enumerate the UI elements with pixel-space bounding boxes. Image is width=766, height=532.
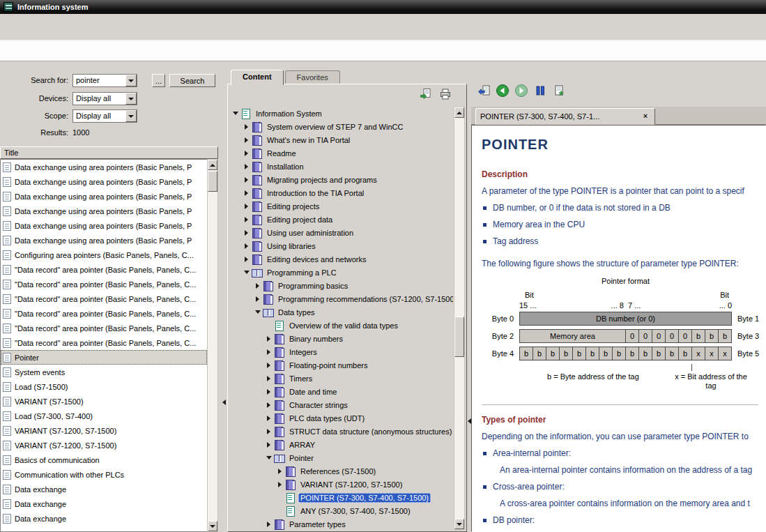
- expand-arrow-icon[interactable]: [242, 122, 251, 131]
- expand-arrow-icon[interactable]: [264, 347, 273, 356]
- open-topic-icon[interactable]: [419, 87, 433, 101]
- list-item[interactable]: Data exchange: [1, 511, 207, 526]
- new-topic-icon[interactable]: [552, 84, 566, 98]
- list-item[interactable]: Load (S7-300, S7-400): [1, 409, 207, 423]
- list-item[interactable]: Data exchange: [1, 496, 207, 511]
- expand-arrow-icon[interactable]: [242, 202, 251, 211]
- list-item[interactable]: "Data record" area pointer (Basic Panels…: [1, 277, 207, 291]
- close-tab-icon[interactable]: ×: [641, 112, 650, 121]
- list-item[interactable]: Data exchange using area pointers (Basic…: [1, 218, 207, 233]
- more-options-button[interactable]: ...: [152, 74, 165, 87]
- tree-item[interactable]: Date and time: [229, 385, 453, 398]
- title-column-header[interactable]: Title: [0, 146, 218, 159]
- tree-scrollbar[interactable]: [454, 107, 465, 530]
- left-splitter[interactable]: [222, 66, 227, 532]
- list-item[interactable]: VARIANT (S7-1200, S7-1500): [1, 423, 207, 438]
- tree-item[interactable]: Data types: [229, 305, 453, 319]
- expand-arrow-icon[interactable]: [264, 427, 273, 436]
- list-item[interactable]: Data exchange using area pointers (Basic…: [1, 189, 207, 204]
- tree-item[interactable]: ARRAY: [229, 438, 453, 451]
- tree-item[interactable]: System overview of STEP 7 and WinCC: [229, 120, 453, 133]
- collapse-arrow-icon[interactable]: [242, 268, 251, 277]
- tree-item[interactable]: Editing project data: [229, 213, 453, 226]
- tree-item[interactable]: VARIANT (S7-1200, S7-1500): [229, 478, 453, 491]
- tab-favorites[interactable]: Favorites: [285, 70, 340, 84]
- tree-item[interactable]: PLC data types (UDT): [229, 411, 453, 425]
- expand-arrow-icon[interactable]: [253, 294, 262, 303]
- search-button[interactable]: Search: [169, 74, 215, 87]
- tree-item[interactable]: Floating-point numbers: [229, 358, 453, 372]
- scrollbar-thumb[interactable]: [454, 317, 464, 357]
- scroll-down-button[interactable]: [208, 521, 217, 531]
- tree-item[interactable]: Installation: [229, 160, 453, 173]
- devices-dropdown-button[interactable]: [125, 93, 137, 105]
- expand-arrow-icon[interactable]: [253, 281, 262, 290]
- tree-item[interactable]: ANY (S7-300, S7-400, S7-1500): [229, 504, 453, 517]
- tree-item[interactable]: STRUCT data structure (anonymous structu…: [229, 425, 453, 438]
- collapse-arrow-icon[interactable]: [231, 109, 240, 118]
- list-item[interactable]: "Data record" area pointer (Basic Panels…: [1, 335, 207, 350]
- expand-arrow-icon[interactable]: [242, 162, 251, 171]
- list-item[interactable]: Data exchange: [1, 482, 207, 496]
- expand-arrow-icon[interactable]: [275, 466, 284, 476]
- list-item[interactable]: Pointer: [1, 350, 207, 365]
- tree-item[interactable]: Parameter types: [229, 517, 453, 530]
- pause-icon[interactable]: [533, 84, 547, 98]
- list-item[interactable]: Configuring area pointers (Basic Panels,…: [1, 248, 207, 262]
- tree-item[interactable]: Readme: [229, 146, 453, 160]
- expand-arrow-icon[interactable]: [264, 400, 273, 409]
- back-icon[interactable]: [496, 84, 510, 98]
- expand-arrow-icon[interactable]: [242, 175, 251, 184]
- tree-item[interactable]: Integers: [229, 345, 453, 358]
- expand-arrow-icon[interactable]: [264, 519, 273, 529]
- scope-select[interactable]: Display all: [72, 109, 137, 123]
- tree-item[interactable]: POINTER (S7-300, S7-400, S7-1500): [229, 491, 453, 504]
- expand-arrow-icon[interactable]: [242, 228, 251, 237]
- expand-arrow-icon[interactable]: [264, 334, 273, 343]
- list-item[interactable]: Basics of communication: [1, 453, 207, 467]
- search-dropdown-button[interactable]: [125, 75, 137, 86]
- forward-icon[interactable]: [514, 84, 528, 98]
- list-item[interactable]: "Data record" area pointer (Basic Panels…: [1, 321, 207, 335]
- topic-tab[interactable]: POINTER (S7-300, S7-400, S7-1... ×: [475, 108, 655, 125]
- collapse-arrow-icon[interactable]: [253, 307, 262, 317]
- scroll-up-button[interactable]: [454, 107, 464, 118]
- tree-item[interactable]: Binary numbers: [229, 332, 453, 345]
- scroll-down-button[interactable]: [454, 519, 464, 529]
- list-item[interactable]: "Data record" area pointer (Basic Panels…: [1, 291, 207, 306]
- tree-item[interactable]: Using user administration: [229, 226, 453, 239]
- expand-arrow-icon[interactable]: [264, 374, 273, 383]
- tree-item[interactable]: Migrating projects and programs: [229, 173, 453, 186]
- tree-item[interactable]: Programming basics: [229, 279, 453, 292]
- tree-item[interactable]: Pointer: [229, 451, 453, 464]
- expand-arrow-icon[interactable]: [242, 241, 251, 250]
- expand-arrow-icon[interactable]: [242, 149, 251, 158]
- search-input[interactable]: pointer: [72, 74, 137, 87]
- tree-item[interactable]: Timers: [229, 372, 453, 385]
- expand-arrow-icon[interactable]: [275, 480, 284, 489]
- tree-item[interactable]: Editing devices and networks: [229, 252, 453, 266]
- tree-item[interactable]: References (S7-1500): [229, 464, 453, 478]
- expand-arrow-icon[interactable]: [242, 188, 251, 197]
- expand-arrow-icon[interactable]: [264, 360, 273, 370]
- tree-item[interactable]: Programming a PLC: [229, 266, 453, 279]
- scroll-up-button[interactable]: [208, 160, 217, 170]
- list-item[interactable]: VARIANT (S7-1200, S7-1500): [1, 438, 207, 453]
- devices-select[interactable]: Display all: [72, 92, 137, 105]
- collapse-arrow-icon[interactable]: [264, 453, 273, 462]
- expand-arrow-icon[interactable]: [242, 215, 251, 224]
- list-item[interactable]: Data exchange using area pointers (Basic…: [1, 160, 207, 174]
- list-item[interactable]: VARIANT (S7-1500): [1, 394, 207, 409]
- tree-item[interactable]: Editing projects: [229, 199, 453, 213]
- list-item[interactable]: Data exchange using area pointers (Basic…: [1, 204, 207, 218]
- expand-arrow-icon[interactable]: [264, 413, 273, 423]
- expand-arrow-icon[interactable]: [242, 254, 251, 264]
- expand-arrow-icon[interactable]: [264, 440, 273, 449]
- tab-content[interactable]: Content: [231, 70, 284, 85]
- locate-in-contents-icon[interactable]: [477, 84, 491, 98]
- scrollbar-thumb[interactable]: [208, 171, 217, 192]
- list-item[interactable]: "Data record" area pointer (Basic Panels…: [1, 262, 207, 277]
- tree-item[interactable]: Using libraries: [229, 239, 453, 252]
- list-item[interactable]: Data exchange using area pointers (Basic…: [1, 174, 207, 189]
- results-scrollbar[interactable]: [207, 159, 218, 532]
